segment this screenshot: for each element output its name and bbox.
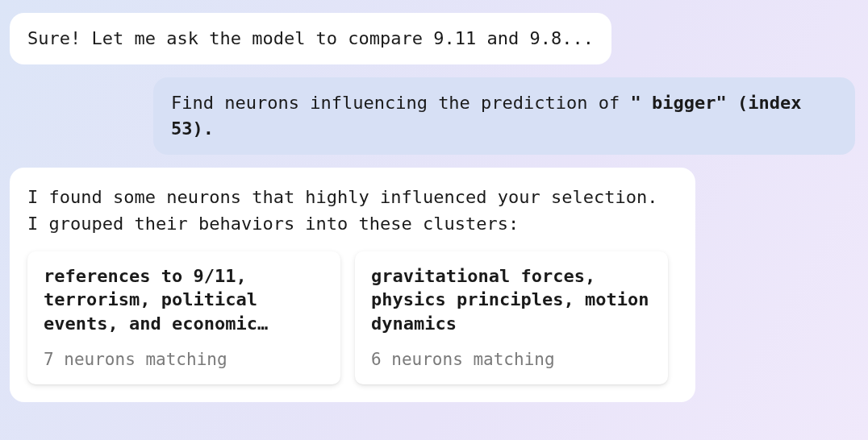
cluster-title: references to 9/11, terrorism, political… xyxy=(44,264,324,336)
user-message: Find neurons influencing the prediction … xyxy=(153,77,855,155)
cluster-matching-count: 6 neurons matching xyxy=(371,347,652,372)
assistant-message-top: Sure! Let me ask the model to compare 9.… xyxy=(10,13,611,64)
cluster-matching-count: 7 neurons matching xyxy=(44,347,324,372)
assistant-message-main: I found some neurons that highly influen… xyxy=(10,168,695,403)
cluster-list: references to 9/11, terrorism, political… xyxy=(27,251,678,385)
user-message-prefix: Find neurons influencing the prediction … xyxy=(171,93,631,113)
cluster-card[interactable]: references to 9/11, terrorism, political… xyxy=(27,251,340,385)
cluster-title: gravitational forces, physics principles… xyxy=(371,264,652,336)
assistant-top-text: Sure! Let me ask the model to compare 9.… xyxy=(27,28,594,48)
cluster-card[interactable]: gravitational forces, physics principles… xyxy=(355,251,668,385)
assistant-intro-text: I found some neurons that highly influen… xyxy=(27,184,678,237)
